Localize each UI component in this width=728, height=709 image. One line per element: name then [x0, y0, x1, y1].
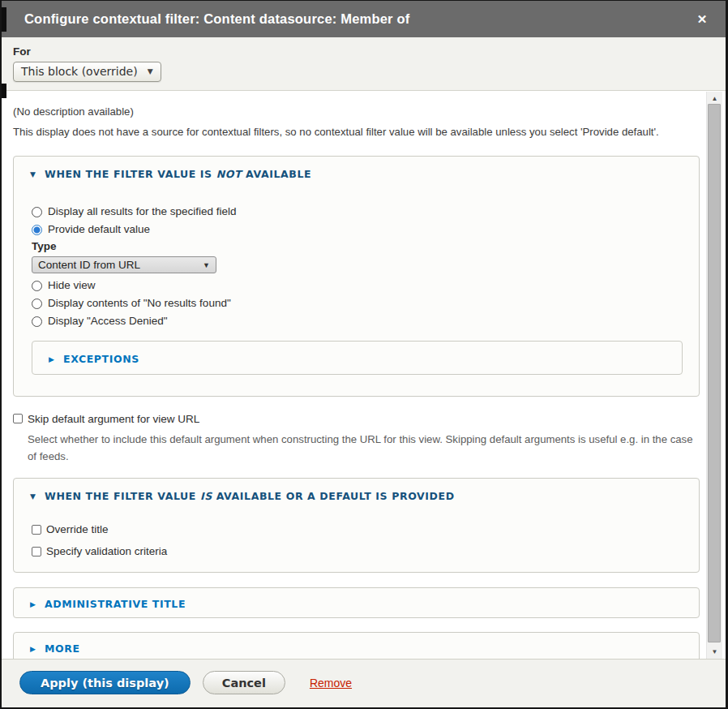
radio-option-no-results[interactable]: Display contents of "No results found"	[32, 294, 683, 312]
fieldset-title-text: AVAILABLE OR A DEFAULT IS PROVIDED	[212, 490, 455, 502]
triangle-down-icon: ▼	[30, 490, 45, 504]
radio-option-access-denied[interactable]: Display "Access Denied"	[32, 312, 683, 330]
display-source-note: This display does not have a source for …	[13, 125, 700, 139]
for-display-select[interactable]: This block (override) ▼	[13, 62, 161, 82]
type-select-value: Content ID from URL	[38, 259, 140, 271]
fieldset-filter-not-available: ▼WHEN THE FILTER VALUE IS NOT AVAILABLE …	[13, 156, 700, 397]
backdrop-edge-artifact	[0, 84, 6, 98]
cancel-button[interactable]: Cancel	[203, 671, 285, 694]
backdrop-edge-artifact	[0, 7, 6, 32]
scrollbar-thumb[interactable]	[708, 104, 721, 642]
skip-default-argument-option[interactable]: Skip default argument for view URL	[13, 411, 700, 426]
dialog-titlebar: Configure contextual filter: Content dat…	[2, 1, 726, 37]
fieldset-title-emphasis: NOT	[216, 168, 242, 180]
checkbox-label[interactable]: Skip default argument for view URL	[28, 413, 199, 425]
checkbox-icon[interactable]	[32, 525, 41, 535]
fieldset-title-text: WHEN THE FILTER VALUE	[45, 490, 200, 502]
radio-label[interactable]: Display contents of "No results found"	[48, 294, 231, 312]
vertical-scrollbar[interactable]: ▲ ▼	[706, 92, 722, 659]
fieldset-title-emphasis: IS	[200, 490, 212, 502]
fieldset-not-available-toggle[interactable]: ▼WHEN THE FILTER VALUE IS NOT AVAILABLE	[14, 157, 699, 182]
scroll-up-icon[interactable]: ▲	[707, 92, 722, 104]
radio-label[interactable]: Display all results for the specified fi…	[48, 203, 237, 221]
radio-label[interactable]: Display "Access Denied"	[48, 312, 168, 330]
radio-label[interactable]: Provide default value	[48, 221, 150, 238]
scroll-down-icon[interactable]: ▼	[707, 646, 722, 657]
radio-icon[interactable]	[32, 281, 42, 291]
specify-validation-option[interactable]: Specify validation criteria	[32, 540, 683, 562]
radio-label[interactable]: Hide view	[48, 277, 96, 294]
radio-selected-icon[interactable]	[32, 225, 42, 235]
remove-link[interactable]: Remove	[310, 677, 352, 690]
type-label: Type	[32, 240, 683, 253]
for-label: For	[13, 45, 714, 58]
apply-button[interactable]: Apply (this display)	[19, 671, 191, 694]
fieldset-admin-title-toggle[interactable]: ▶ADMINISTRATIVE TITLE	[14, 588, 699, 612]
triangle-down-icon: ▼	[30, 168, 45, 182]
fieldset-exceptions-toggle[interactable]: ▶EXCEPTIONS	[32, 342, 682, 367]
fieldset-title-text: AVAILABLE	[242, 168, 311, 180]
fieldset-filter-available: ▼WHEN THE FILTER VALUE IS AVAILABLE OR A…	[13, 478, 700, 573]
close-icon[interactable]: ✕	[693, 11, 711, 28]
dialog-footer: Apply (this display) Cancel Remove	[2, 659, 726, 707]
fieldset-title-text: ADMINISTRATIVE TITLE	[45, 598, 186, 610]
dialog-content: (No description available) This display …	[2, 91, 726, 659]
configure-contextual-filter-dialog: Configure contextual filter: Content dat…	[2, 1, 726, 707]
radio-icon[interactable]	[32, 207, 42, 217]
no-description-text: (No description available)	[13, 105, 700, 118]
for-select-value: This block (override)	[21, 65, 138, 78]
checkbox-icon[interactable]	[32, 547, 41, 556]
override-title-option[interactable]: Override title	[32, 518, 683, 540]
fieldset-more: ▶MORE	[13, 632, 700, 659]
radio-option-hide-view[interactable]: Hide view	[32, 277, 683, 294]
fieldset-administrative-title: ▶ADMINISTRATIVE TITLE	[13, 587, 700, 618]
fieldset-exceptions: ▶EXCEPTIONS	[32, 341, 683, 375]
triangle-right-icon: ▶	[30, 642, 45, 656]
radio-option-display-all[interactable]: Display all results for the specified fi…	[32, 203, 683, 221]
fieldset-title-text: EXCEPTIONS	[63, 353, 139, 365]
fieldset-title-text: WHEN THE FILTER VALUE IS	[45, 168, 216, 180]
triangle-right-icon: ▶	[49, 353, 63, 367]
chevron-down-icon: ▼	[203, 261, 210, 269]
chevron-down-icon: ▼	[148, 67, 153, 75]
checkbox-icon[interactable]	[13, 414, 23, 423]
radio-icon[interactable]	[32, 316, 42, 327]
radio-option-provide-default[interactable]: Provide default value	[32, 221, 683, 238]
default-type-select[interactable]: Content ID from URL ▼	[32, 256, 216, 273]
triangle-right-icon: ▶	[30, 598, 45, 612]
skip-default-argument-description: Select whether to include this default a…	[28, 431, 699, 465]
dialog-title: Configure contextual filter: Content dat…	[24, 11, 409, 27]
fieldset-available-toggle[interactable]: ▼WHEN THE FILTER VALUE IS AVAILABLE OR A…	[14, 479, 699, 504]
checkbox-label[interactable]: Specify validation criteria	[46, 543, 167, 561]
fieldset-more-toggle[interactable]: ▶MORE	[14, 633, 699, 656]
checkbox-label[interactable]: Override title	[46, 521, 109, 539]
fieldset-title-text: MORE	[45, 642, 80, 655]
for-section: For This block (override) ▼	[2, 37, 726, 91]
radio-icon[interactable]	[32, 299, 42, 309]
